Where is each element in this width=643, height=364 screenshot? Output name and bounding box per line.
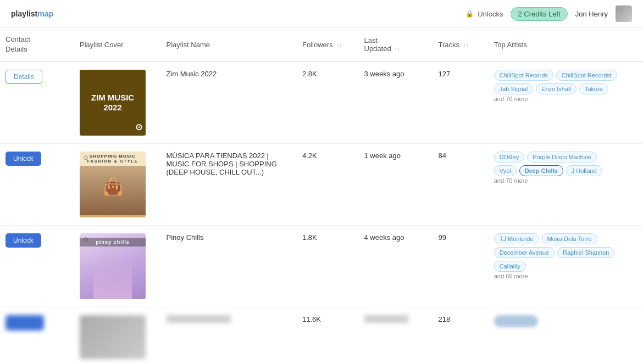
cell-name-1: Zim Music 2022 <box>161 61 297 144</box>
artist-tags: TJ Monterde Moira Dela Torre December Av… <box>494 233 620 272</box>
and-more-label: and 70 more <box>494 96 638 102</box>
avatar[interactable] <box>616 5 632 22</box>
cell-updated-3: 4 weeks ago <box>359 226 433 307</box>
details-button[interactable]: Details <box>5 70 42 84</box>
unlock-button[interactable]: Unlock <box>5 233 41 248</box>
playlist-name: MÚSICA PARA TIENDAS 2022 | MUSIC FOR SHO… <box>167 152 277 176</box>
col-header-tracks[interactable]: Tracks ↑↓ <box>433 28 489 61</box>
artist-tag[interactable]: Jah Signal <box>494 83 533 94</box>
cell-followers-4: 11.6K <box>297 307 359 364</box>
cell-cover-3: ⊙ pinoy chills <box>74 226 161 307</box>
playlist-table: ContactDetails Playlist Cover Playlist N… <box>0 28 643 364</box>
sort-followers-icon: ↑↓ <box>336 42 342 48</box>
shopping-cover-title: SHOPPING MUSICFASHION & STYLE <box>80 152 146 166</box>
followers-value: 1.8K <box>302 233 317 242</box>
cell-action-2: Unlock <box>0 144 74 226</box>
logo-map-text: map <box>37 9 53 18</box>
blurred-artist-tag <box>494 315 538 327</box>
table-row: ●●●●●●●●●●●●●●● 11.6K ●●●●●●●● 218 <box>0 307 643 364</box>
unlock-button[interactable]: Unlock <box>5 152 41 166</box>
header: playlistmap 🔒 Unlocks 2 Credits Left Jon… <box>0 0 643 28</box>
col-header-updated[interactable]: LastUpdated ↑↓ <box>359 28 433 61</box>
logo-playlist-text: playlist <box>11 9 37 18</box>
cell-followers-3: 1.8K <box>297 226 359 307</box>
unlocks-label: Unlocks <box>478 10 503 18</box>
logo: playlistmap <box>11 9 53 18</box>
cell-artists-2: DDRey Purple Disco Machine Vyel Deep Chi… <box>489 144 643 226</box>
cell-tracks-4: 218 <box>433 307 489 364</box>
updated-value: 1 week ago <box>364 152 401 160</box>
cell-action-3: Unlock <box>0 226 74 307</box>
unlocks-button[interactable]: 🔒 Unlocks <box>465 10 503 18</box>
playlist-cover-shopping: ⊙ SHOPPING MUSICFASHION & STYLE <box>80 152 146 217</box>
artist-tag[interactable]: Raphiel Shannon <box>557 247 614 258</box>
cell-action-4 <box>0 307 74 364</box>
artist-tag-highlighted[interactable]: Deep Chills <box>519 165 563 176</box>
cell-artists-4 <box>489 307 643 364</box>
cell-cover-4 <box>74 307 161 364</box>
credits-badge[interactable]: 2 Credits Left <box>511 7 567 21</box>
cell-tracks-2: 84 <box>433 144 489 226</box>
col-header-artists: Top Artists <box>489 28 643 61</box>
sort-updated-icon: ↑↓ <box>395 46 400 52</box>
blurred-playlist-name: ●●●●●●●●●●●●●●● <box>167 315 231 323</box>
updated-value: 4 weeks ago <box>364 233 404 242</box>
spotify-icon-small: ⊙ <box>83 154 88 161</box>
blurred-artist-tags <box>494 315 620 327</box>
pinoy-cover-person <box>93 250 132 299</box>
cell-tracks-1: 127 <box>433 61 489 144</box>
avatar-image <box>616 5 632 22</box>
tracks-value: 127 <box>439 70 451 78</box>
artist-tags: DDRey Purple Disco Machine Vyel Deep Chi… <box>494 152 620 176</box>
artist-tag[interactable]: Moira Dela Torre <box>542 233 597 244</box>
cell-name-3: Pinoy Chills <box>161 226 297 307</box>
cell-name-4: ●●●●●●●●●●●●●●● <box>161 307 297 364</box>
cell-action-1: Details <box>0 61 74 144</box>
spotify-icon: ⊙ <box>135 122 142 132</box>
and-more-label: and 70 more <box>494 177 638 184</box>
table-row: Unlock ⊙ SHOPPING MUSICFASHION & STYLE M… <box>0 144 643 226</box>
shopping-cover-image <box>80 166 146 215</box>
artist-tag[interactable]: Callalily <box>494 261 526 272</box>
playlist-cover-pinoy: ⊙ pinoy chills <box>80 233 146 299</box>
col-header-name: Playlist Name <box>161 28 297 61</box>
and-more-label: and 66 more <box>494 273 638 279</box>
tracks-value: 99 <box>439 233 446 242</box>
tracks-value: 84 <box>439 152 446 160</box>
cell-artists-3: TJ Monterde Moira Dela Torre December Av… <box>489 226 643 307</box>
table-header: ContactDetails Playlist Cover Playlist N… <box>0 28 643 61</box>
playlist-name: Pinoy Chills <box>167 233 204 242</box>
artist-tag[interactable]: December Avenue <box>494 247 555 258</box>
cell-name-2: MÚSICA PARA TIENDAS 2022 | MUSIC FOR SHO… <box>161 144 297 226</box>
pinoy-cover-label: pinoy chills <box>80 238 146 247</box>
artist-tag[interactable]: DDRey <box>494 152 524 163</box>
cell-tracks-3: 99 <box>433 226 489 307</box>
cover-zim-text: ZIM MUSIC2022 <box>91 93 134 113</box>
table-body: Details ZIM MUSIC2022 ⊙ Zim Music 2022 2… <box>0 61 643 364</box>
blurred-cover <box>80 315 146 359</box>
artist-tags: ChillSpot Records ChillSpot Recordst Jah… <box>494 70 620 94</box>
followers-value: 4.2K <box>302 152 317 160</box>
blurred-updated-value: ●●●●●●●● <box>364 315 408 323</box>
col-header-followers[interactable]: Followers ↑↓ <box>297 28 359 61</box>
tracks-value: 218 <box>439 315 451 323</box>
table-row: Details ZIM MUSIC2022 ⊙ Zim Music 2022 2… <box>0 61 643 144</box>
artist-tag[interactable]: Enzo Ishall <box>536 83 577 94</box>
cell-cover-2: ⊙ SHOPPING MUSICFASHION & STYLE <box>74 144 161 226</box>
cell-artists-1: ChillSpot Records ChillSpot Recordst Jah… <box>489 61 643 144</box>
table-wrapper: ContactDetails Playlist Cover Playlist N… <box>0 28 643 364</box>
updated-value: 3 weeks ago <box>364 70 404 78</box>
artist-tag[interactable]: TJ Monterde <box>494 233 539 244</box>
lock-icon: 🔒 <box>465 10 474 18</box>
sort-tracks-icon: ↑↓ <box>463 42 469 48</box>
cell-cover-1: ZIM MUSIC2022 ⊙ <box>74 61 161 144</box>
col-header-contact: ContactDetails <box>0 28 74 61</box>
artist-tag[interactable]: ChillSpot Records <box>494 70 553 81</box>
cell-followers-2: 4.2K <box>297 144 359 226</box>
artist-tag[interactable]: Takura <box>579 83 608 94</box>
artist-tag[interactable]: Vyel <box>494 165 517 176</box>
playlist-name: Zim Music 2022 <box>167 70 217 78</box>
artist-tag[interactable]: J Holland <box>566 165 602 176</box>
artist-tag[interactable]: ChillSpot Recordst <box>556 70 617 81</box>
artist-tag[interactable]: Purple Disco Machine <box>527 152 597 163</box>
